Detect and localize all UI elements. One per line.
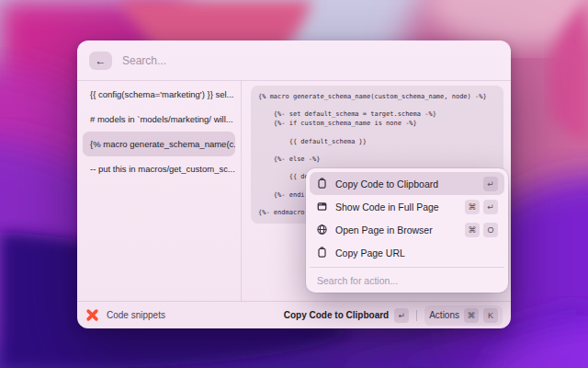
key-badge: O — [483, 223, 498, 237]
action-menu-list: Copy Code to Clipboard↵Show Code in Full… — [310, 172, 504, 264]
status-bar: Code snippets Copy Code to Clipboard ↵ A… — [77, 301, 511, 328]
list-item[interactable]: {% macro generate_schema_name(c... — [83, 132, 235, 156]
menu-item-shortcut: ⌘O — [465, 223, 498, 237]
dbt-logo-icon — [85, 308, 99, 322]
key-badge: ↵ — [483, 200, 498, 214]
footer-divider — [416, 310, 417, 321]
menu-item-label: Show Code in Full Page — [335, 201, 458, 213]
key-badge: ⌘ — [465, 223, 480, 237]
clipboard-icon — [316, 247, 328, 259]
list-item[interactable]: # models in `models/marketing/ will... — [83, 107, 235, 132]
menu-item-label: Copy Code to Clipboard — [335, 178, 476, 190]
search-bar: ← Search... — [77, 40, 511, 81]
action-search-input[interactable]: Search for action... — [310, 267, 504, 286]
window-icon — [316, 201, 328, 213]
list-item[interactable]: -- put this in macros/get_custom_sc... — [83, 156, 235, 181]
cmd-key-badge: ⌘ — [464, 308, 479, 323]
snippet-list: {{ config(schema='marketing') }} sel...#… — [77, 81, 242, 301]
key-badge: ⌘ — [465, 200, 480, 214]
primary-action-button[interactable]: Copy Code to Clipboard — [284, 310, 389, 320]
action-menu: Copy Code to Clipboard↵Show Code in Full… — [306, 168, 508, 293]
enter-key-badge: ↵ — [394, 308, 409, 323]
menu-item-shortcut: ⌘↵ — [465, 200, 498, 214]
actions-label: Actions — [429, 310, 459, 320]
menu-item[interactable]: Show Code in Full Page⌘↵ — [310, 195, 504, 218]
list-item[interactable]: {{ config(schema='marketing') }} sel... — [83, 82, 235, 107]
back-arrow-icon: ← — [96, 54, 107, 67]
globe-icon — [316, 224, 328, 236]
menu-item-shortcut: ↵ — [483, 177, 498, 191]
search-input[interactable]: Search... — [122, 54, 166, 67]
back-button[interactable]: ← — [89, 52, 112, 70]
key-badge: ↵ — [483, 177, 498, 191]
clipboard-icon — [316, 178, 328, 190]
extension-name: Code snippets — [107, 310, 165, 320]
actions-button[interactable]: Actions ⌘ K — [424, 305, 503, 326]
menu-item-label: Copy Page URL — [335, 247, 491, 259]
footer-actions: Copy Code to Clipboard ↵ Actions ⌘ K — [284, 305, 503, 326]
menu-item-label: Open Page in Browser — [335, 224, 458, 236]
k-key-badge: K — [483, 308, 498, 323]
menu-item[interactable]: Copy Page URL — [310, 241, 504, 264]
menu-item[interactable]: Copy Code to Clipboard↵ — [310, 172, 504, 195]
menu-item[interactable]: Open Page in Browser⌘O — [310, 218, 504, 241]
